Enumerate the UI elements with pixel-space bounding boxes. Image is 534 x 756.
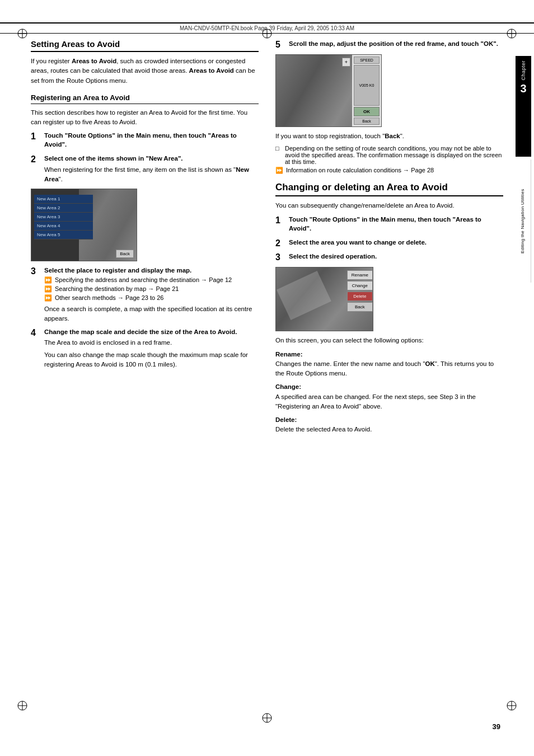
option-rename: Rename:Changes the name. Enter the new n… (275, 350, 503, 379)
step-3-title: Select the place to register and display… (44, 266, 259, 275)
page: MAN-CNDV-50MTP-EN.book Page 39 Friday, A… (0, 0, 534, 756)
right-step-2: 2 Select the area you want to change or … (275, 238, 503, 248)
subsection-intro: This section describes how to register a… (31, 108, 259, 128)
step-4-title: Change the map scale and decide the size… (44, 327, 259, 336)
arrow-sym-note2: ⏩ (275, 167, 283, 174)
right-step-1-num: 1 (275, 215, 285, 234)
note-2: ⏩ Information on route calculation condi… (275, 167, 503, 174)
step-3: 3 Select the place to register and displ… (31, 266, 259, 324)
step-1-num: 1 (31, 131, 41, 151)
step-5-content: Scroll the map, adjust the position of t… (289, 39, 503, 50)
right-step-1-content: Touch "Route Options" in the Main menu, … (289, 215, 503, 234)
right-step-1: 1 Touch "Route Options" in the Main menu… (275, 215, 503, 234)
step-1-title: Touch "Route Options" in the Main menu, … (44, 131, 259, 149)
sq-sym-1: □ (275, 145, 282, 165)
corner-mark-tr (506, 28, 517, 39)
subsection-title: Registering an Area to Avoid (31, 93, 259, 104)
right-step-2-content: Select the area you want to change or de… (289, 238, 503, 248)
step-3-extra: Once a search is complete, a map with th… (44, 304, 259, 324)
arrow-1-text: Specifying the address and searching the… (55, 276, 232, 284)
step-5-num: 5 (275, 39, 285, 50)
chapter-number: 3 (520, 83, 526, 94)
step-5-title: Scroll the map, adjust the position of t… (289, 39, 503, 48)
right-step-3-num: 3 (275, 252, 285, 262)
step-4-body2: You can also change the map scale though… (44, 350, 259, 370)
step-2-title: Select one of the items shown in "New Ar… (44, 154, 259, 163)
step-2-num: 2 (31, 154, 41, 184)
step-4: 4 Change the map scale and decide the si… (31, 327, 259, 370)
step-2: 2 Select one of the items shown in "New … (31, 154, 259, 184)
right-step-3: 3 Select the desired operation. (275, 252, 503, 262)
arrow-2: ⏩ Searching the destination by map → Pag… (44, 285, 259, 293)
left-column: Setting Areas to Avoid If you register A… (31, 39, 259, 439)
step-4-num: 4 (31, 327, 41, 370)
chapter-subtitle: Editing the Navigation Utilities (521, 189, 526, 253)
option-change: Change:A specified area can be changed. … (275, 382, 503, 411)
arrow-3-text: Other search methods → Page 23 to 26 (55, 294, 163, 302)
page-number: 39 (493, 722, 500, 731)
option-delete: Delete:Delete the selected Area to Avoid… (275, 415, 503, 435)
arrow-1: ⏩ Specifying the address and searching t… (44, 276, 259, 284)
intro-text: If you register Areas to Avoid, such as … (31, 57, 259, 86)
step-2-body: When registering for the first time, any… (44, 165, 259, 185)
map-screenshot-3: Rename Change Delete Back (275, 267, 373, 331)
right-step-2-title: Select the area you want to change or de… (289, 238, 503, 247)
corner-mark-bl (17, 700, 28, 711)
right-step-3-content: Select the desired operation. (289, 252, 503, 262)
note-1-text: Depending on the setting of route search… (285, 145, 503, 165)
top-center-mark (261, 28, 273, 41)
step-3-num: 3 (31, 266, 41, 324)
right-step-3-title: Select the desired operation. (289, 252, 503, 261)
note-2-text: Information on route calculation conditi… (286, 167, 434, 174)
big-section-intro: You can subsequently change/rename/delet… (275, 201, 503, 210)
bottom-center-mark (261, 712, 273, 725)
step-3-content: Select the place to register and display… (44, 266, 259, 324)
step-1-content: Touch "Route Options" in the Main menu, … (44, 131, 259, 151)
right-column: Chapter 3 Editing the Navigation Utiliti… (275, 39, 503, 439)
arrow-sym-3: ⏩ (44, 294, 52, 302)
arrow-sym-2: ⏩ (44, 285, 52, 293)
arrow-sym-1: ⏩ (44, 276, 52, 284)
screen-note: On this screen, you can select the follo… (275, 336, 503, 345)
arrow-2-text: Searching the destination by map → Page … (55, 285, 179, 293)
right-step-2-num: 2 (275, 238, 285, 248)
step-1: 1 Touch "Route Options" in the Main menu… (31, 131, 259, 151)
map-screenshot-2: SPEED V005 K0 OK Back + (275, 54, 382, 127)
step-4-content: Change the map scale and decide the size… (44, 327, 259, 370)
big-section-title: Changing or deleting an Area to Avoid (275, 182, 503, 196)
right-step-1-title: Touch "Route Options" in the Main menu, … (289, 215, 503, 233)
chapter-label: Chapter (521, 60, 526, 81)
step-5: 5 Scroll the map, adjust the position of… (275, 39, 503, 50)
corner-mark-br (506, 700, 517, 711)
arrow-3: ⏩ Other search methods → Page 23 to 26 (44, 294, 259, 302)
corner-mark-tl (17, 28, 28, 39)
step-2-content: Select one of the items shown in "New Ar… (44, 154, 259, 184)
main-title: Setting Areas to Avoid (31, 39, 259, 52)
back-note: If you want to stop registration, touch … (275, 132, 503, 141)
note-1: □ Depending on the setting of route sear… (275, 145, 503, 165)
step-4-body1: The Area to avoid is enclosed in a red f… (44, 338, 259, 348)
map-screenshot-1: New Area 1 New Area 2 New Area 3 New Are… (31, 189, 137, 261)
main-content: Setting Areas to Avoid If you register A… (0, 39, 534, 439)
